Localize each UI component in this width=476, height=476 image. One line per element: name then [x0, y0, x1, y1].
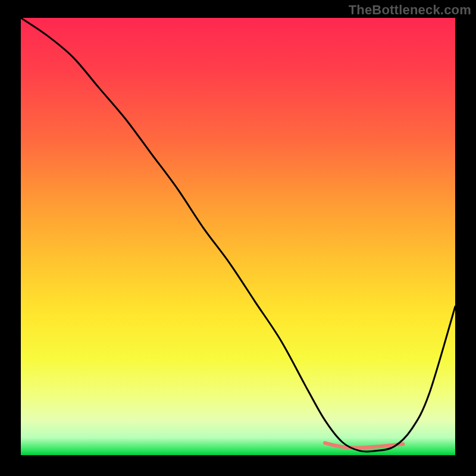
watermark-text: TheBottleneck.com [349, 2, 471, 18]
chart-frame: TheBottleneck.com [0, 0, 476, 476]
plot-area [21, 18, 455, 455]
curve-svg [21, 18, 455, 455]
bottleneck-curve [21, 18, 455, 452]
